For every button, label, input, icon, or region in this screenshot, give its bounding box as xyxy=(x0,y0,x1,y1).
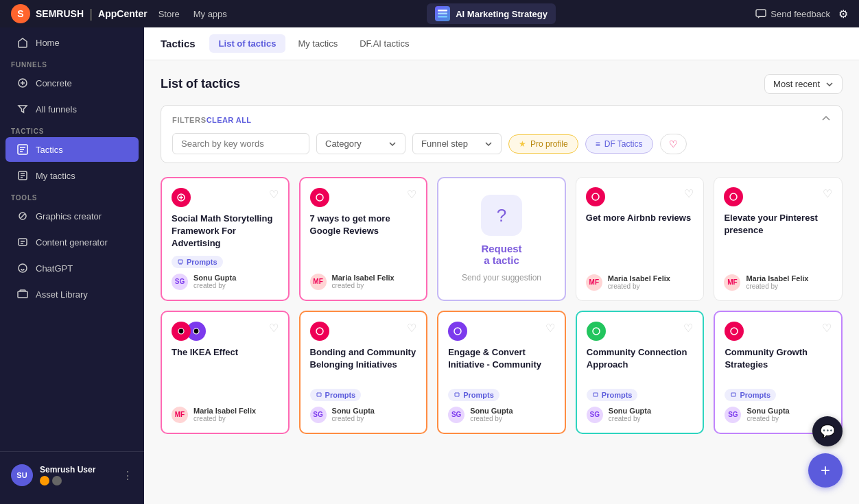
card-badge-prompts: Prompts xyxy=(448,389,499,401)
list-title: List of tactics xyxy=(161,77,240,91)
tactic-card-bonding[interactable]: ♡ Bonding and Community Belonging Initia… xyxy=(299,311,428,434)
sidebar-item-content-generator[interactable]: Content generator xyxy=(5,230,139,254)
favorite-button[interactable]: ♡ xyxy=(407,188,416,201)
svg-point-14 xyxy=(316,194,323,201)
favorite-button[interactable]: ♡ xyxy=(545,322,555,335)
tab-list-of-tactics[interactable]: List of tactics xyxy=(209,34,286,53)
fab-chat-button[interactable]: 💬 xyxy=(812,416,843,446)
sidebar-item-chatgpt[interactable]: ChatGPT xyxy=(5,256,139,280)
app-badge[interactable]: AI Marketing Strategy xyxy=(427,3,556,24)
logo[interactable]: S SEMRUSH | AppCenter xyxy=(11,4,148,23)
store-link[interactable]: Store xyxy=(158,9,180,19)
card-author: SG Sonu Gupta created by xyxy=(587,407,694,423)
tactic-card-community-growth[interactable]: ♡ Community Growth Strategies Prompts SG… xyxy=(714,311,843,434)
star-icon: ★ xyxy=(519,139,526,149)
my-apps-link[interactable]: My apps xyxy=(193,9,227,19)
favorite-button[interactable]: ♡ xyxy=(684,187,694,200)
tactics-icon xyxy=(16,143,29,156)
favorite-button[interactable]: ♡ xyxy=(269,188,279,201)
author-avatar: SG xyxy=(725,407,741,423)
card-top: ♡ xyxy=(448,322,555,341)
favorite-button[interactable]: ♡ xyxy=(823,187,832,200)
user-row[interactable]: SU Semrush User ⋮ xyxy=(5,460,139,490)
fab-container: 💬 + xyxy=(808,416,843,488)
clear-all-button[interactable]: CLEAR ALL xyxy=(207,116,252,124)
pro-profile-button[interactable]: ★ Pro profile xyxy=(508,134,578,154)
svg-point-20 xyxy=(454,328,461,335)
filters-chevron-icon[interactable] xyxy=(821,114,831,126)
funnel-step-label: Funnel step xyxy=(421,139,468,149)
fab-plus-button[interactable]: + xyxy=(808,453,843,488)
user-name: Semrush User xyxy=(40,465,115,475)
sidebar-item-all-funnels[interactable]: All funnels xyxy=(5,97,139,121)
feedback-label: Send feedback xyxy=(770,9,830,19)
sidebar-item-graphics-creator[interactable]: Graphics creator xyxy=(5,204,139,228)
card-icon-red xyxy=(310,322,329,341)
sidebar-item-home[interactable]: Home xyxy=(5,30,139,55)
favorite-button[interactable]: ♡ xyxy=(407,322,416,335)
funnel-step-dropdown[interactable]: Funnel step xyxy=(412,133,502,154)
tactic-card-airbnb[interactable]: ♡ Get more Airbnb reviews MF Maria Isabe… xyxy=(576,177,705,301)
author-info: Maria Isabel Felix created by xyxy=(332,274,395,289)
card-author: MF Maria Isabel Felix created by xyxy=(724,274,832,291)
svg-rect-4 xyxy=(438,16,447,18)
svg-rect-11 xyxy=(19,264,27,272)
svg-point-17 xyxy=(178,328,184,334)
tactics-label: Tactics xyxy=(36,145,63,155)
tactic-card-google-reviews[interactable]: ♡ 7 ways to get more Google Reviews MF M… xyxy=(299,177,428,301)
sidebar-item-concrete[interactable]: Concrete xyxy=(5,71,139,95)
svg-rect-3 xyxy=(438,13,447,15)
tab-my-tactics[interactable]: My tactics xyxy=(288,34,347,53)
request-tactic-card[interactable]: ? Requesta tactic Send your suggestion xyxy=(437,177,566,301)
tab-df-ai-tactics[interactable]: DF.AI tactics xyxy=(350,34,419,53)
sidebar-item-my-tactics[interactable]: My tactics xyxy=(5,163,139,188)
favorites-button[interactable]: ♡ xyxy=(660,134,687,154)
author-info: Sonu Gupta created by xyxy=(193,274,236,289)
df-tactics-label: DF Tactics xyxy=(604,139,643,149)
card-author: SG Sonu Gupta created by xyxy=(172,274,279,290)
concrete-label: Concrete xyxy=(36,78,72,88)
asset-library-label: Asset Library xyxy=(36,289,88,300)
svg-text:S: S xyxy=(17,8,23,19)
cards-grid: ♡ Social Math Storytelling Framework For… xyxy=(161,177,843,434)
author-info: Maria Isabel Felix created by xyxy=(746,274,808,290)
tactic-card-engage-convert[interactable]: ♡ Engage & Convert Initiative - Communit… xyxy=(437,311,566,434)
card-badge-prompts: Prompts xyxy=(310,389,362,401)
author-avatar: MF xyxy=(724,274,740,291)
tactic-card-social-math[interactable]: ♡ Social Math Storytelling Framework For… xyxy=(161,177,290,301)
more-icon[interactable]: ⋮ xyxy=(122,469,133,482)
tactic-card-ikea[interactable]: ♡ The IKEA Effect MF Maria Isabel Felix … xyxy=(161,311,290,434)
category-dropdown[interactable]: Category xyxy=(316,133,405,154)
search-input[interactable] xyxy=(172,133,309,154)
df-icon: ≡ xyxy=(596,139,600,149)
favorite-button[interactable]: ♡ xyxy=(683,322,693,335)
favorite-button[interactable]: ♡ xyxy=(269,322,279,335)
app-center-label[interactable]: AppCenter xyxy=(98,8,148,19)
author-avatar: MF xyxy=(586,274,602,291)
author-avatar: SG xyxy=(448,407,464,423)
sort-dropdown[interactable]: Most recent xyxy=(764,74,843,94)
brand-name: SEMRUSH xyxy=(36,8,84,19)
tactic-card-pinterest[interactable]: ♡ Elevate your Pinterest presence MF Mar… xyxy=(714,177,843,301)
favorite-button[interactable]: ♡ xyxy=(822,322,832,335)
multi-icons xyxy=(172,322,206,341)
all-funnels-icon xyxy=(16,103,29,115)
card-icon-red xyxy=(310,188,329,207)
author-name: Sonu Gupta xyxy=(470,407,513,415)
user-badges xyxy=(40,476,115,485)
settings-icon[interactable]: ⚙ xyxy=(838,8,848,21)
tactic-card-community-connection[interactable]: ♡ Community Connection Approach Prompts … xyxy=(576,311,705,434)
feedback-button[interactable]: Send feedback xyxy=(755,8,830,19)
author-name: Maria Isabel Felix xyxy=(332,274,395,282)
df-tactics-button[interactable]: ≡ DF Tactics xyxy=(585,134,653,154)
svg-point-15 xyxy=(592,193,599,200)
content-inner: List of tactics Most recent FILTERS CLEA… xyxy=(144,60,859,504)
author-role: created by xyxy=(609,415,651,422)
request-sub: Send your suggestion xyxy=(462,273,541,283)
sidebar-item-tactics[interactable]: Tactics xyxy=(5,137,139,162)
sidebar-item-asset-library[interactable]: Asset Library xyxy=(5,282,139,307)
author-role: created by xyxy=(193,415,256,422)
filters-row: Category Funnel step ★ Pro profile ≡ DF … xyxy=(172,133,831,154)
author-info: Sonu Gupta created by xyxy=(746,407,789,422)
author-role: created by xyxy=(470,415,513,422)
